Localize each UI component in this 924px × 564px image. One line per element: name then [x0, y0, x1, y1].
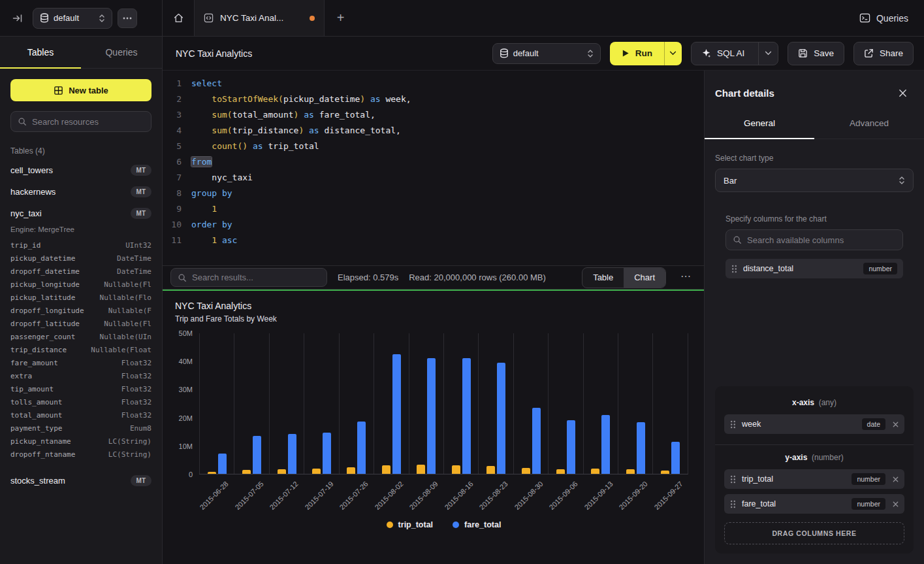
columns-search-input[interactable]	[747, 235, 896, 245]
y-axis-column-fare-total[interactable]: fare_total number	[724, 494, 904, 514]
y-axis-tick: 50M	[179, 329, 193, 337]
search-icon	[733, 235, 742, 244]
collapse-sidebar-button[interactable]	[8, 8, 27, 28]
table-row-stocks-stream[interactable]: stocks_stream MT	[10, 470, 151, 491]
column-type: DateTime	[117, 254, 151, 263]
column-type: Float32	[121, 398, 151, 406]
run-options-button[interactable]	[664, 42, 682, 65]
tab-general[interactable]: General	[705, 110, 814, 139]
drag-handle-icon[interactable]	[730, 475, 736, 484]
sidebar-tab-tables-label: Tables	[27, 47, 54, 58]
share-button[interactable]: Share	[853, 42, 914, 65]
schema-column-row: pickup_latitudeNullable(Flo	[10, 291, 151, 304]
legend-label: trip_total	[398, 520, 433, 529]
editor-line: 1	[191, 201, 704, 217]
chart-type-select[interactable]: Bar	[715, 169, 914, 192]
x-axis-cell: 2015-09-06	[549, 474, 584, 518]
bar-fare_total	[532, 408, 541, 474]
new-table-label: New table	[69, 86, 108, 95]
table-row-nyc-taxi[interactable]: nyc_taxi MT	[10, 203, 151, 224]
chart-details-panel: Chart details General Advanced Select ch…	[704, 71, 924, 564]
available-column-distance-total[interactable]: distance_total number	[725, 259, 903, 278]
table-row-hackernews[interactable]: hackernews MT	[10, 181, 151, 203]
column-type: LC(String)	[108, 450, 151, 459]
remove-column-button[interactable]	[893, 501, 899, 507]
divider	[715, 444, 914, 445]
bar-trip_total	[417, 465, 425, 474]
remove-column-button[interactable]	[893, 422, 899, 427]
bar-trip_total	[347, 467, 355, 474]
sidebar-search-input[interactable]	[32, 117, 144, 127]
results-search-input[interactable]	[192, 273, 320, 282]
save-button[interactable]: Save	[788, 42, 844, 65]
column-name: trip_id	[10, 241, 40, 250]
new-tab-button[interactable]: +	[325, 0, 357, 36]
remove-column-button[interactable]	[893, 476, 899, 482]
y-axis-tick: 40M	[179, 357, 193, 365]
x-axis-cell: 2015-07-05	[234, 474, 270, 518]
close-panel-button[interactable]	[899, 89, 907, 97]
legend-item-fare_total[interactable]: fare_total	[453, 520, 501, 529]
table-name: stocks_stream	[10, 476, 65, 486]
sidebar-more-button[interactable]	[118, 8, 137, 28]
bar-fare_total	[637, 422, 645, 474]
close-icon	[893, 476, 899, 482]
engine-badge: MT	[131, 208, 151, 219]
schema-column-row: total_amountFloat32	[10, 408, 151, 422]
columns-label: Specify columns for the chart	[725, 214, 903, 224]
query-file-icon	[204, 13, 214, 23]
drop-zone[interactable]: DRAG COLUMNS HERE	[724, 522, 904, 544]
drag-handle-icon[interactable]	[730, 500, 736, 508]
tab-strip: NYC Taxi Anal... + Queries	[163, 0, 924, 37]
x-axis-label: 2015-07-19	[303, 480, 334, 511]
results-more-button[interactable]: ⋯	[677, 270, 696, 285]
column-name: week	[742, 420, 761, 429]
x-axis-cell: 2015-08-09	[409, 474, 444, 518]
column-type: Nullable(UIn	[100, 333, 151, 341]
bar-trip_total	[208, 472, 216, 474]
run-button[interactable]: Run	[610, 42, 664, 65]
y-axis-column-trip-total[interactable]: trip_total number	[724, 469, 904, 489]
search-icon	[18, 117, 27, 126]
engine-badge: MT	[131, 165, 151, 176]
bar-fare_total	[567, 420, 575, 474]
bar-group	[409, 333, 443, 474]
x-axis-label: 2015-06-28	[199, 480, 230, 511]
column-name: pickup_latitude	[10, 293, 75, 302]
editor-line-number: 8	[163, 186, 182, 201]
x-axis-label: 2015-08-30	[513, 480, 544, 511]
home-button[interactable]	[163, 0, 195, 36]
editor-code[interactable]: select toStartOfWeek(pickup_datetime) as…	[190, 71, 704, 265]
sql-editor[interactable]: 1234567891011 select toStartOfWeek(picku…	[163, 71, 704, 265]
sql-ai-options-button[interactable]	[758, 42, 778, 65]
bar-group	[234, 333, 268, 474]
new-table-button[interactable]: New table	[10, 79, 151, 101]
legend-dot-icon	[453, 522, 459, 528]
legend-item-trip_total[interactable]: trip_total	[387, 520, 433, 529]
tab-nyc-taxi-analytics[interactable]: NYC Taxi Anal...	[195, 0, 325, 36]
view-chart-button[interactable]: Chart	[624, 268, 665, 288]
schema-column-row: tip_amountFloat32	[10, 382, 151, 395]
drag-handle-icon[interactable]	[730, 420, 736, 429]
bar-group	[513, 333, 548, 474]
tab-advanced[interactable]: Advanced	[814, 110, 924, 139]
sidebar-search[interactable]	[10, 111, 151, 132]
sql-ai-button[interactable]: SQL AI	[692, 42, 752, 65]
header-database-selector[interactable]: default	[492, 43, 601, 64]
chart-y-axis: 010M20M30M40M50M	[163, 333, 199, 474]
sidebar-tab-queries[interactable]: Queries	[81, 37, 162, 68]
column-name: dropoff_longitude	[10, 307, 84, 315]
table-row-cell-towers[interactable]: cell_towers MT	[10, 159, 151, 181]
sidebar-tab-tables[interactable]: Tables	[0, 37, 81, 68]
bar-trip_total	[278, 469, 286, 474]
x-axis-column-week[interactable]: week date	[724, 414, 904, 434]
sidebar-database-selector[interactable]: default	[33, 8, 112, 29]
search-icon	[178, 273, 187, 282]
view-table-button[interactable]: Table	[582, 268, 624, 288]
queries-button[interactable]: Queries	[859, 12, 908, 24]
columns-search[interactable]	[725, 229, 903, 250]
drag-handle-icon[interactable]	[731, 265, 737, 273]
results-search[interactable]	[170, 268, 327, 287]
x-axis-label: 2015-07-12	[268, 480, 300, 511]
bar-trip_total	[626, 469, 635, 474]
